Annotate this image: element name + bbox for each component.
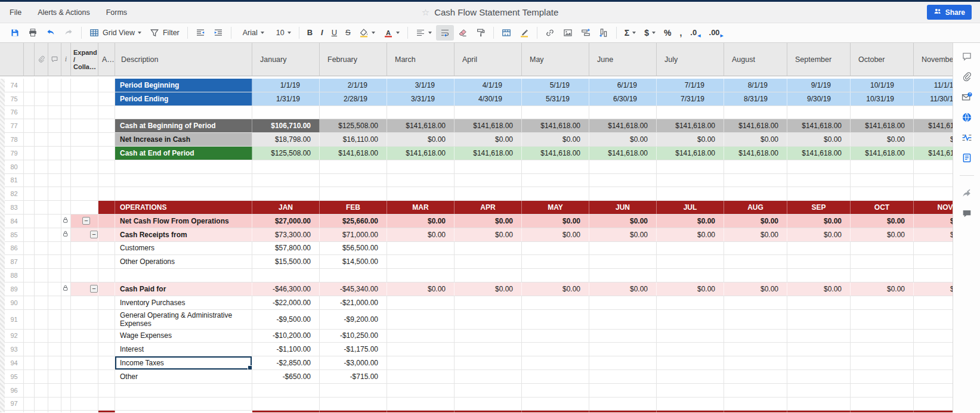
attachment-cell[interactable]: [35, 310, 48, 329]
view-mode-select[interactable]: Grid View: [85, 25, 146, 41]
cell[interactable]: $141,618.00: [724, 119, 787, 132]
cell[interactable]: 11/1/19: [914, 79, 953, 92]
row-number[interactable]: 84: [0, 215, 24, 228]
cell[interactable]: [387, 255, 455, 268]
description-cell[interactable]: [115, 160, 252, 173]
comment-cell[interactable]: [48, 411, 61, 412]
cell[interactable]: $57,800.00: [252, 242, 320, 255]
a-column-cell[interactable]: [98, 174, 115, 187]
cell[interactable]: [724, 269, 787, 282]
cell[interactable]: [522, 343, 589, 356]
cell[interactable]: $0.00: [724, 215, 787, 228]
sheet-summary-icon[interactable]: [962, 153, 972, 163]
cell[interactable]: $0.00: [455, 133, 522, 146]
comment-cell[interactable]: [48, 398, 61, 411]
cell[interactable]: [787, 343, 851, 356]
comment-cell[interactable]: [48, 255, 61, 268]
cell[interactable]: SEP: [787, 201, 851, 214]
cell[interactable]: [914, 106, 953, 119]
row-number[interactable]: 77: [0, 119, 24, 132]
comment-cell[interactable]: [48, 147, 61, 160]
cell[interactable]: $141,618.00: [914, 119, 953, 132]
percent-button[interactable]: %: [660, 25, 675, 41]
cell[interactable]: [657, 269, 724, 282]
cell[interactable]: [320, 411, 387, 412]
cell[interactable]: [589, 343, 657, 356]
cell[interactable]: [657, 356, 724, 369]
cell[interactable]: [851, 310, 914, 329]
cell[interactable]: [657, 411, 724, 412]
cell[interactable]: [851, 398, 914, 411]
a-column-header[interactable]: A…: [98, 43, 115, 76]
cell[interactable]: $0.00: [387, 228, 455, 241]
cell[interactable]: -$2,850.00: [252, 356, 320, 369]
cell[interactable]: [387, 356, 455, 369]
attachment-cell[interactable]: [35, 215, 48, 228]
cell[interactable]: $141,618.00: [589, 119, 657, 132]
cell[interactable]: [387, 398, 455, 411]
row-number[interactable]: 85: [0, 228, 24, 241]
cell[interactable]: [787, 384, 851, 397]
filled-comment-icon[interactable]: [962, 208, 972, 219]
row-number[interactable]: 89: [0, 282, 24, 296]
cell[interactable]: [387, 384, 455, 397]
a-column-cell[interactable]: [98, 119, 115, 132]
cell[interactable]: [589, 255, 657, 268]
cell[interactable]: [851, 343, 914, 356]
cell[interactable]: 1/1/19: [252, 79, 320, 92]
description-cell[interactable]: [115, 411, 252, 412]
row-number[interactable]: 78: [0, 133, 24, 146]
a-column-cell[interactable]: [98, 215, 115, 228]
comment-cell[interactable]: [48, 228, 61, 241]
a-column-cell[interactable]: [98, 187, 115, 200]
cell[interactable]: $141,618.00: [522, 147, 589, 160]
cell[interactable]: $141,618.00: [320, 147, 387, 160]
cell[interactable]: [252, 384, 320, 397]
a-column-cell[interactable]: [98, 201, 115, 214]
description-column-header[interactable]: Description: [115, 43, 252, 76]
cell[interactable]: $141,618.00: [657, 119, 724, 132]
cell[interactable]: [787, 370, 851, 383]
cell[interactable]: [455, 255, 522, 268]
cell[interactable]: AUG: [724, 201, 787, 214]
cell[interactable]: $25,660.00: [320, 215, 387, 228]
cell[interactable]: 10/1/19: [851, 79, 914, 92]
cell[interactable]: -$46,300.00: [252, 282, 320, 296]
cell[interactable]: $0.00: [455, 282, 522, 296]
cell[interactable]: [914, 310, 953, 329]
cell[interactable]: [914, 242, 953, 255]
cell[interactable]: $141,618.00: [657, 147, 724, 160]
row-number[interactable]: 80: [0, 160, 24, 173]
decrease-decimal-button[interactable]: .0◀: [686, 25, 704, 41]
cell[interactable]: $0.00: [851, 215, 914, 228]
cell[interactable]: $141,618.00: [387, 119, 455, 132]
row-number[interactable]: 76: [0, 106, 24, 119]
cell[interactable]: $125,508.00: [252, 147, 320, 160]
handle-column-header[interactable]: [24, 43, 35, 76]
insert-column-button[interactable]: [595, 25, 613, 41]
cell[interactable]: [589, 242, 657, 255]
cell[interactable]: $56,500.00: [320, 242, 387, 255]
favorite-star-icon[interactable]: ☆: [422, 7, 429, 18]
cell[interactable]: $0.00: [455, 228, 522, 241]
cell[interactable]: [252, 411, 320, 412]
cell[interactable]: [522, 411, 589, 412]
description-cell[interactable]: Inventory Purchases: [115, 296, 252, 309]
strikethrough-button[interactable]: S: [341, 25, 355, 41]
attachment-cell[interactable]: [35, 343, 48, 356]
cell[interactable]: $0.00: [522, 282, 589, 296]
cell[interactable]: $0.00: [851, 228, 914, 241]
attachment-column-header[interactable]: [35, 43, 48, 76]
indent-button[interactable]: [209, 25, 227, 41]
cell[interactable]: [657, 398, 724, 411]
cell[interactable]: [914, 187, 953, 200]
cell[interactable]: [455, 296, 522, 309]
row-number[interactable]: 81: [0, 174, 24, 187]
cell[interactable]: 5/1/19: [522, 79, 589, 92]
description-cell[interactable]: Cash at End of Period: [115, 147, 252, 160]
cell[interactable]: 4/30/19: [455, 92, 522, 105]
publish-globe-icon[interactable]: [962, 112, 972, 123]
comment-cell[interactable]: [48, 215, 61, 228]
column-header-november[interactable]: November: [914, 43, 953, 76]
cell[interactable]: [724, 330, 787, 343]
